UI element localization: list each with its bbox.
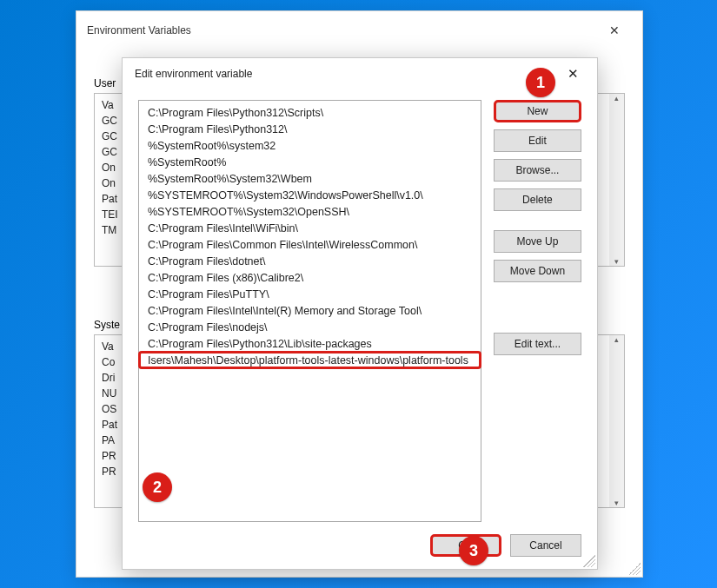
path-item[interactable]: %SYSTEMROOT%\System32\WindowsPowerShell\… <box>139 187 481 203</box>
env-vars-titlebar: Environment Variables ✕ <box>76 11 642 50</box>
path-item[interactable]: C:\Program Files\Python312\Scripts\ <box>139 104 481 121</box>
delete-button[interactable]: Delete <box>494 188 581 211</box>
browse-button[interactable]: Browse... <box>494 159 581 182</box>
path-item[interactable]: C:\Program Files (x86)\Calibre2\ <box>139 269 481 286</box>
edit-button[interactable]: Edit <box>494 129 581 152</box>
move-down-button[interactable]: Move Down <box>494 260 581 282</box>
path-item[interactable]: C:\Program Files\Python312\ <box>139 121 481 137</box>
path-listbox[interactable]: C:\Program Files\Python312\Scripts\C:\Pr… <box>138 100 481 522</box>
annotation-step-2: 2 <box>143 472 172 502</box>
path-item[interactable]: C:\Program Files\Intel\WiFi\bin\ <box>139 220 481 236</box>
scrollbar[interactable] <box>609 335 624 507</box>
path-item[interactable]: C:\Program Files\PuTTY\ <box>139 286 481 302</box>
cancel-button[interactable]: Cancel <box>510 534 581 557</box>
path-item[interactable]: %SystemRoot% <box>139 154 481 170</box>
path-item[interactable]: C:\Program Files\nodejs\ <box>139 319 481 335</box>
close-icon[interactable]: ✕ <box>597 18 632 43</box>
side-button-column: New Edit Browse... Delete Move Up Move D… <box>494 100 581 525</box>
path-item[interactable]: C:\Program Files\Common Files\Intel\Wire… <box>139 236 481 253</box>
path-item[interactable]: %SYSTEMROOT%\System32\OpenSSH\ <box>139 203 481 220</box>
close-icon[interactable]: ✕ <box>555 63 590 85</box>
move-up-button[interactable]: Move Up <box>494 230 581 253</box>
resize-grip[interactable] <box>583 555 595 567</box>
env-vars-title: Environment Variables <box>87 24 191 36</box>
edit-env-var-dialog: Edit environment variable ✕ C:\Program F… <box>122 57 598 570</box>
annotation-step-1: 1 <box>526 68 555 97</box>
resize-grip[interactable] <box>628 563 641 575</box>
path-item[interactable]: %SystemRoot%\system32 <box>139 137 481 154</box>
edit-text-button[interactable]: Edit text... <box>494 333 581 355</box>
path-item[interactable]: %SystemRoot%\System32\Wbem <box>139 170 481 187</box>
new-button[interactable]: New <box>494 100 581 122</box>
dialog-footer: OK Cancel <box>123 525 597 569</box>
path-item[interactable]: Isers\Mahesh\Desktop\platform-tools-late… <box>139 352 481 368</box>
edit-env-title: Edit environment variable <box>135 68 252 80</box>
path-item[interactable]: C:\Program Files\Python312\Lib\site-pack… <box>139 335 481 352</box>
annotation-step-3: 3 <box>459 536 488 565</box>
path-item[interactable]: C:\Program Files\dotnet\ <box>139 253 481 269</box>
path-item[interactable]: C:\Program Files\Intel\Intel(R) Memory a… <box>139 302 481 319</box>
scrollbar[interactable] <box>609 94 624 266</box>
